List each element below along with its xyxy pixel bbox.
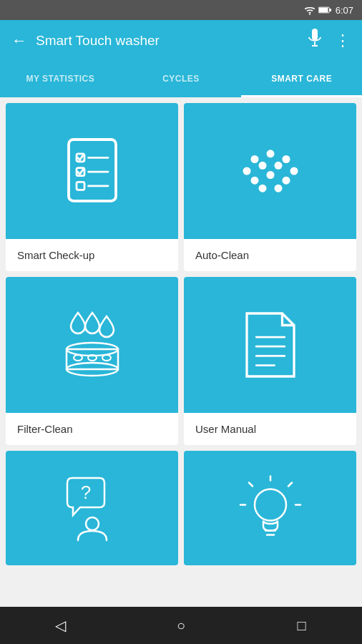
svg-point-31 — [102, 355, 111, 361]
svg-rect-2 — [318, 8, 328, 12]
tab-cycles[interactable]: CYCLES — [121, 62, 242, 97]
card-tips[interactable] — [184, 451, 356, 565]
card-user-manual[interactable]: User Manual — [184, 277, 356, 445]
svg-point-0 — [309, 14, 310, 15]
svg-text:?: ? — [80, 482, 90, 503]
svg-point-16 — [282, 155, 290, 163]
nav-recent-button[interactable]: □ — [280, 611, 323, 640]
svg-line-44 — [249, 483, 253, 487]
app-title: Smart Touch washer — [36, 33, 298, 49]
tab-bar: MY STATISTICS CYCLES SMART CARE — [0, 62, 362, 97]
app-bar-actions: ⋮ — [306, 29, 351, 53]
wifi-icon — [304, 5, 315, 15]
card-filter-clean[interactable]: Filter-Clean — [6, 277, 178, 445]
card-icon-area-checkup — [6, 103, 178, 239]
checkup-icon — [53, 132, 132, 210]
svg-point-25 — [274, 185, 282, 192]
status-time: 6:07 — [336, 5, 353, 16]
card-label-filterclean: Filter-Clean — [6, 413, 178, 445]
nav-back-button[interactable]: ◁ — [39, 611, 82, 640]
svg-point-29 — [74, 355, 82, 361]
card-auto-clean[interactable]: Auto-Clean — [184, 103, 356, 271]
card-icon-area-autoclean — [184, 103, 356, 239]
svg-point-23 — [282, 177, 290, 185]
card-icon-area-filterclean — [6, 277, 178, 413]
svg-rect-4 — [312, 29, 318, 40]
usermanual-icon — [231, 306, 310, 384]
card-label-autoclean: Auto-Clean — [184, 239, 356, 271]
card-icon-area-usermanual — [184, 277, 356, 413]
filterclean-icon — [53, 306, 132, 384]
app-bar: ← Smart Touch washer ⋮ — [0, 20, 362, 62]
back-button[interactable]: ← — [11, 31, 27, 50]
nav-home-button[interactable]: ○ — [160, 611, 202, 640]
card-label-usermanual: User Manual — [184, 413, 356, 445]
bottom-nav: ◁ ○ □ — [0, 607, 362, 644]
svg-line-42 — [288, 483, 292, 487]
autoclean-icon — [231, 132, 310, 210]
svg-rect-12 — [77, 182, 84, 190]
svg-point-21 — [250, 177, 258, 185]
help-icon: ? — [53, 469, 132, 547]
mic-button[interactable] — [306, 29, 323, 53]
svg-point-22 — [266, 171, 274, 179]
tab-smart-care[interactable]: SMART CARE — [241, 62, 362, 97]
svg-point-14 — [250, 155, 258, 163]
status-bar: 6:07 — [0, 0, 362, 20]
tab-my-statistics[interactable]: MY STATISTICS — [0, 62, 121, 97]
card-help[interactable]: ? — [6, 451, 178, 565]
svg-point-19 — [274, 162, 282, 170]
svg-point-20 — [290, 167, 298, 175]
svg-rect-3 — [329, 9, 331, 11]
svg-point-37 — [86, 517, 99, 530]
content-grid: Smart Check-up Auto-Clean — [0, 97, 362, 607]
status-icons — [304, 5, 331, 15]
tips-icon — [231, 469, 310, 547]
card-smart-checkup[interactable]: Smart Check-up — [6, 103, 178, 271]
card-icon-area-tips — [184, 451, 356, 565]
svg-point-38 — [255, 489, 286, 521]
card-label-checkup: Smart Check-up — [6, 239, 178, 271]
svg-point-17 — [243, 167, 250, 175]
svg-point-15 — [266, 150, 274, 157]
more-options-button[interactable]: ⋮ — [335, 31, 351, 50]
svg-point-18 — [258, 162, 266, 170]
card-icon-area-help: ? — [6, 451, 178, 565]
svg-point-24 — [258, 185, 266, 192]
battery-icon — [318, 5, 331, 15]
